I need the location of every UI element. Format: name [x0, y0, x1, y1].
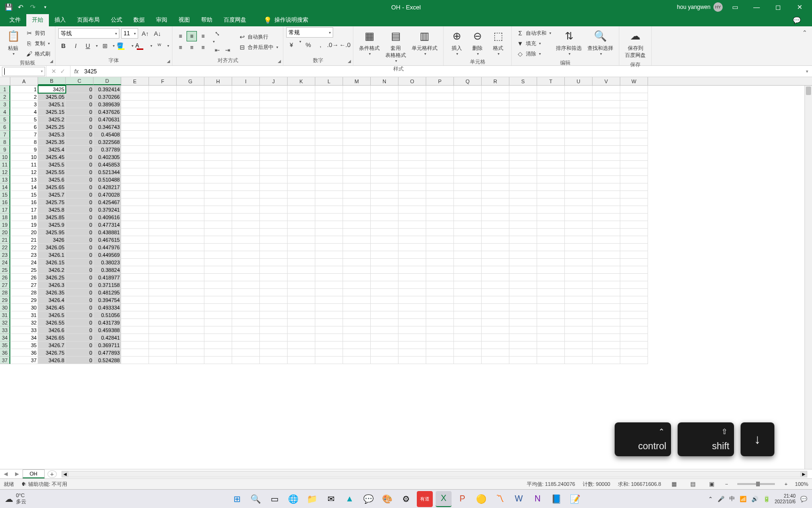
- cell[interactable]: [288, 341, 315, 349]
- cell[interactable]: [315, 101, 343, 108]
- cell[interactable]: [315, 296, 343, 304]
- cell[interactable]: 37: [10, 357, 38, 364]
- cell[interactable]: [593, 86, 620, 93]
- cell[interactable]: [121, 266, 149, 274]
- cell[interactable]: [537, 281, 565, 289]
- cell[interactable]: 3425.4: [38, 146, 66, 153]
- cell[interactable]: [593, 289, 620, 296]
- comma-format-icon[interactable]: ,: [315, 40, 326, 50]
- cell[interactable]: 3425.1: [38, 101, 66, 108]
- column-header-D[interactable]: D: [94, 77, 121, 85]
- cell[interactable]: [232, 183, 260, 191]
- column-header-B[interactable]: B: [38, 77, 66, 85]
- cell[interactable]: [149, 304, 177, 311]
- row-header[interactable]: 8: [0, 138, 10, 146]
- cell[interactable]: 3425.2: [38, 116, 66, 123]
- cell[interactable]: [398, 161, 426, 168]
- cell[interactable]: [315, 214, 343, 221]
- cell[interactable]: 3425.6: [38, 176, 66, 183]
- cell[interactable]: [232, 274, 260, 281]
- cell[interactable]: 0.470028: [94, 191, 121, 198]
- cell[interactable]: [509, 244, 537, 251]
- cell[interactable]: 18: [10, 214, 38, 221]
- cell[interactable]: 0.45408: [94, 131, 121, 138]
- cell[interactable]: [288, 236, 315, 244]
- cell[interactable]: [315, 161, 343, 168]
- cell[interactable]: [565, 281, 593, 289]
- align-top-right[interactable]: ≡: [198, 31, 208, 41]
- cell[interactable]: [454, 296, 482, 304]
- cell[interactable]: [565, 266, 593, 274]
- tab-data[interactable]: 数据: [128, 14, 150, 26]
- cell[interactable]: [593, 138, 620, 146]
- cell[interactable]: [509, 161, 537, 168]
- cell[interactable]: [371, 191, 398, 198]
- cell[interactable]: [315, 289, 343, 296]
- cell[interactable]: [260, 168, 288, 176]
- cell[interactable]: [177, 161, 204, 168]
- cell[interactable]: [343, 341, 371, 349]
- cell[interactable]: [260, 244, 288, 251]
- row-header[interactable]: 24: [0, 259, 10, 266]
- tab-insert[interactable]: 插入: [49, 14, 71, 26]
- cell[interactable]: [593, 349, 620, 357]
- cell[interactable]: [232, 319, 260, 326]
- cell[interactable]: [398, 101, 426, 108]
- cell[interactable]: [565, 198, 593, 206]
- cell[interactable]: [288, 274, 315, 281]
- cell[interactable]: [343, 123, 371, 131]
- cell[interactable]: [343, 349, 371, 357]
- cell[interactable]: [204, 296, 232, 304]
- cell[interactable]: [371, 153, 398, 161]
- cell[interactable]: [593, 131, 620, 138]
- cell[interactable]: [593, 266, 620, 274]
- cell[interactable]: [260, 101, 288, 108]
- user-account[interactable]: hou yangwen HY: [677, 2, 723, 12]
- cell[interactable]: [260, 259, 288, 266]
- cell[interactable]: [426, 266, 454, 274]
- cell[interactable]: 35: [10, 341, 38, 349]
- row-header[interactable]: 19: [0, 221, 10, 229]
- cell[interactable]: [232, 221, 260, 229]
- cell[interactable]: [454, 357, 482, 364]
- cell[interactable]: [537, 319, 565, 326]
- cell[interactable]: [593, 281, 620, 289]
- cell[interactable]: [454, 289, 482, 296]
- cell[interactable]: 0: [66, 341, 94, 349]
- cell[interactable]: [371, 251, 398, 259]
- cell[interactable]: [593, 168, 620, 176]
- cell[interactable]: [204, 266, 232, 274]
- cell[interactable]: [121, 229, 149, 236]
- cell[interactable]: [620, 153, 648, 161]
- tab-page-layout[interactable]: 页面布局: [71, 14, 105, 26]
- cell[interactable]: [232, 123, 260, 131]
- cell[interactable]: [509, 168, 537, 176]
- cell[interactable]: [454, 176, 482, 183]
- row-header[interactable]: 18: [0, 214, 10, 221]
- cell[interactable]: 3426.55: [38, 319, 66, 326]
- cell[interactable]: [593, 357, 620, 364]
- app-icon-6[interactable]: 📘: [548, 491, 564, 507]
- cell[interactable]: [620, 161, 648, 168]
- cell[interactable]: [204, 236, 232, 244]
- cell[interactable]: [454, 311, 482, 319]
- zoom-level[interactable]: 100%: [795, 481, 808, 487]
- cell[interactable]: [454, 251, 482, 259]
- row-header[interactable]: 30: [0, 304, 10, 311]
- row-header[interactable]: 29: [0, 296, 10, 304]
- cell[interactable]: [343, 176, 371, 183]
- expand-formula-bar-icon[interactable]: ▾: [802, 69, 812, 74]
- cell[interactable]: 0.477314: [94, 221, 121, 229]
- row-header[interactable]: 9: [0, 146, 10, 153]
- cell[interactable]: [232, 244, 260, 251]
- taskbar-clock[interactable]: 21:40 2022/10/6: [775, 493, 796, 505]
- cell[interactable]: [288, 357, 315, 364]
- cell[interactable]: [537, 311, 565, 319]
- cell[interactable]: [371, 334, 398, 341]
- cell[interactable]: [426, 206, 454, 214]
- cell[interactable]: [343, 198, 371, 206]
- cell[interactable]: [204, 138, 232, 146]
- cell[interactable]: 0: [66, 281, 94, 289]
- column-header-A[interactable]: A: [10, 77, 38, 85]
- cell[interactable]: [537, 198, 565, 206]
